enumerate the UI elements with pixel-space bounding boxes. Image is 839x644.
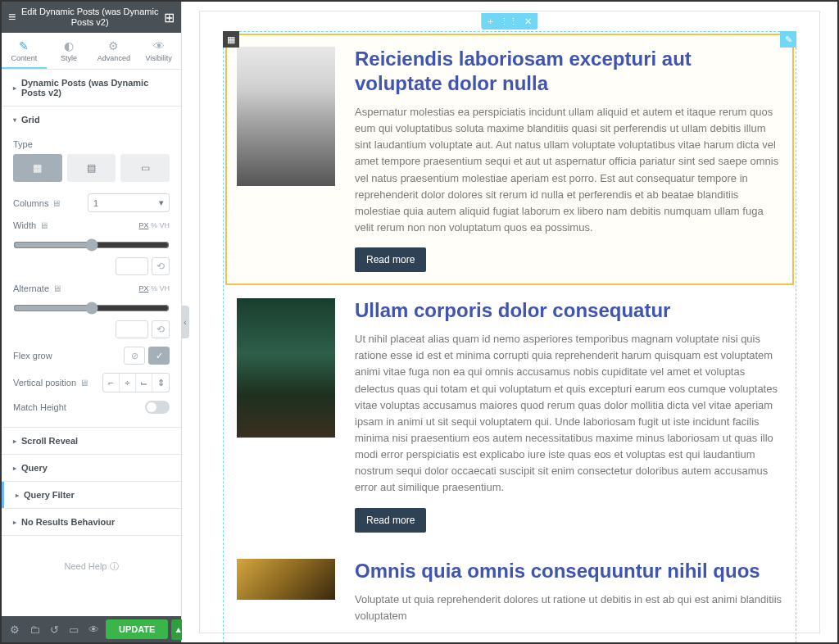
section-delete-icon[interactable]: ✕ [524, 16, 532, 27]
tab-visibility[interactable]: 👁 Visibility [136, 33, 181, 69]
post-thumbnail [237, 559, 335, 600]
section-header-filter[interactable]: ▸ Query Filter [2, 482, 181, 508]
section-label: Scroll Reveal [21, 436, 78, 446]
preview-area: ‹ + ⋮⋮ ✕ ▦ ✎ Reiciendis laboriosam excep… [182, 2, 837, 642]
columns-label: Columns🖥 [13, 198, 61, 208]
history-icon[interactable]: ↺ [47, 620, 62, 639]
flex-btns: ⊘ ✓ [124, 347, 170, 365]
desktop-icon[interactable]: 🖥 [79, 378, 88, 388]
caret-right-icon: ▸ [13, 519, 16, 526]
section-noresults: ▸ No Results Behaviour [2, 509, 181, 536]
post-item[interactable]: Ullam corporis dolor consequatur Ut nihi… [225, 285, 794, 545]
match-height-toggle[interactable] [145, 401, 170, 414]
need-help[interactable]: Need Help ⓘ [2, 536, 181, 597]
post-title[interactable]: Ullam corporis dolor consequatur [355, 298, 782, 323]
section-header-noresults[interactable]: ▸ No Results Behaviour [2, 509, 181, 535]
pencil-icon: ✎ [5, 39, 43, 52]
section-header-widget[interactable]: ▸ Dynamic Posts (was Dynamic Posts v2) [2, 70, 181, 106]
alternate-units[interactable]: PX % VH [138, 284, 170, 293]
valign-top-button[interactable]: ⌐ [103, 374, 120, 392]
chevron-down-icon: ▾ [159, 197, 164, 208]
post-body: Ullam corporis dolor consequatur Ut nihi… [355, 298, 782, 532]
sidebar-title: Edit Dynamic Posts (was Dynamic Posts v2… [16, 7, 164, 28]
desktop-icon[interactable]: 🖥 [52, 283, 61, 293]
alternate-reset-button[interactable]: ⟲ [152, 320, 170, 338]
alternate-input[interactable] [116, 320, 148, 338]
valign-buttons: ⌐ ÷ ⌙ ⇕ [102, 373, 170, 392]
post-list: Reiciendis laboriosam excepturi aut volu… [225, 34, 794, 642]
type-masonry-button[interactable]: ▤ [67, 154, 116, 182]
caret-down-icon: ▾ [13, 116, 16, 124]
valign-stretch-button[interactable]: ⇕ [152, 374, 169, 392]
section-label: Query [21, 463, 48, 473]
section-header-query[interactable]: ▸ Query [2, 455, 181, 481]
apps-grid-icon[interactable]: ⊞ [164, 10, 175, 25]
tab-label: Advanced [98, 54, 130, 62]
section-query: ▸ Query [2, 455, 181, 482]
valign-bottom-button[interactable]: ⌙ [136, 374, 152, 392]
section-header-grid[interactable]: ▾ Grid [2, 107, 181, 133]
caret-right-icon: ▸ [13, 438, 16, 445]
sidebar-header: ≡ Edit Dynamic Posts (was Dynamic Posts … [2, 2, 181, 33]
post-excerpt: Voluptate ut quia reprehenderit dolores … [355, 592, 782, 624]
width-input[interactable] [116, 257, 148, 275]
width-label: Width🖥 [13, 220, 48, 230]
columns-select[interactable]: 1 ▾ [88, 193, 170, 212]
section-widget-name: ▸ Dynamic Posts (was Dynamic Posts v2) [2, 70, 181, 107]
section-add-icon[interactable]: + [488, 16, 492, 26]
widget-edit-icon[interactable]: ✎ [780, 31, 796, 48]
post-item[interactable]: Reiciendis laboriosam excepturi aut volu… [225, 34, 794, 285]
type-grid-button[interactable]: ▦ [13, 154, 62, 182]
navigator-icon[interactable]: 🗀 [26, 620, 43, 639]
alternate-label: Alternate🖥 [13, 283, 61, 293]
widget-container[interactable]: ▦ ✎ Reiciendis laboriosam excepturi aut … [223, 31, 796, 642]
vpos-row: Vertical position🖥 ⌐ ÷ ⌙ ⇕ [13, 373, 170, 392]
width-reset-button[interactable]: ⟲ [152, 257, 170, 275]
section-label: Grid [21, 115, 40, 125]
alternate-row: Alternate🖥 PX % VH [13, 283, 170, 293]
section-label: Query Filter [24, 490, 75, 500]
sidebar-footer: ⚙ 🗀 ↺ ▭ 👁 UPDATE ▴ [2, 616, 181, 642]
valign-middle-button[interactable]: ÷ [120, 374, 136, 392]
tab-advanced[interactable]: ⚙ Advanced [92, 33, 137, 69]
hamburger-icon[interactable]: ≡ [8, 10, 16, 25]
type-choices: ▦ ▤ ▭ [13, 154, 170, 182]
post-item[interactable]: Omnis quia omnis consequuntur nihil quos… [225, 546, 794, 642]
flex-off-button[interactable]: ⊘ [124, 347, 145, 365]
tab-label: Visibility [145, 54, 171, 62]
column-handle-icon[interactable]: ▦ [223, 31, 239, 48]
preview-icon[interactable]: 👁 [85, 620, 102, 639]
responsive-icon[interactable]: ▭ [66, 620, 82, 639]
settings-icon[interactable]: ⚙ [7, 620, 23, 639]
width-units[interactable]: PX % VH [138, 221, 170, 229]
flex-row: Flex grow ⊘ ✓ [13, 347, 170, 365]
tab-style[interactable]: ◐ Style [47, 33, 92, 69]
update-button[interactable]: UPDATE [106, 619, 168, 639]
post-title[interactable]: Reiciendis laboriosam excepturi aut volu… [355, 47, 782, 96]
desktop-icon[interactable]: 🖥 [39, 220, 48, 230]
columns-value: 1 [93, 198, 98, 208]
post-body: Reiciendis laboriosam excepturi aut volu… [355, 47, 782, 272]
read-more-button[interactable]: Read more [355, 508, 426, 533]
desktop-icon[interactable]: 🖥 [52, 198, 61, 208]
section-header-scroll[interactable]: ▸ Scroll Reveal [2, 428, 181, 454]
post-thumbnail [237, 298, 335, 438]
width-row: Width🖥 PX % VH [13, 220, 170, 230]
post-title[interactable]: Omnis quia omnis consequuntur nihil quos [355, 559, 782, 583]
section-drag-icon[interactable]: ⋮⋮ [500, 16, 518, 27]
contrast-icon: ◐ [50, 39, 88, 52]
vpos-label: Vertical position🖥 [13, 378, 88, 388]
tab-content[interactable]: ✎ Content [2, 33, 47, 69]
alternate-slider[interactable] [13, 302, 170, 315]
width-slider[interactable] [13, 238, 170, 252]
panel-collapse-handle[interactable]: ‹ [182, 306, 189, 338]
section-grid: ▾ Grid Type ▦ ▤ ▭ Columns🖥 1 ▾ [2, 107, 181, 428]
read-more-button[interactable]: Read more [355, 247, 426, 272]
match-label: Match Height [13, 402, 66, 412]
help-icon: ⓘ [110, 561, 119, 571]
flex-on-button[interactable]: ✓ [148, 347, 170, 365]
section-scroll-reveal: ▸ Scroll Reveal [2, 428, 181, 455]
post-excerpt: Aspernatur molestias ea perspiciatis inc… [355, 104, 782, 236]
type-row-button[interactable]: ▭ [120, 154, 170, 182]
type-label: Type [13, 139, 170, 149]
